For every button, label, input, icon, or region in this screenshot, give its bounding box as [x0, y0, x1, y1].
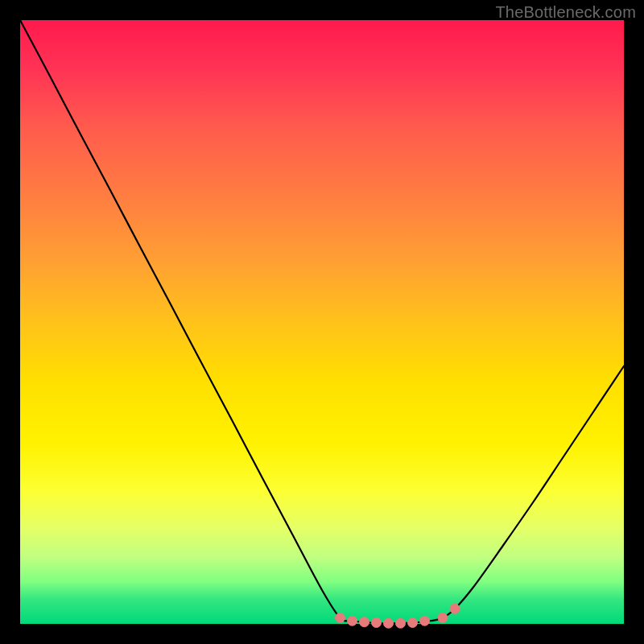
optimal-marker	[396, 618, 406, 628]
curve-svg	[20, 20, 624, 624]
optimal-marker	[360, 617, 369, 627]
optimal-marker	[438, 613, 448, 623]
optimal-marker	[420, 616, 430, 625]
optimal-marker	[336, 613, 345, 623]
watermark-text: TheBottleneck.com	[495, 3, 636, 22]
optimal-marker	[372, 618, 382, 628]
chart-container: TheBottleneck.com	[0, 0, 644, 644]
optimal-marker	[408, 618, 418, 628]
optimal-marker	[450, 604, 460, 613]
bottleneck-curve	[20, 20, 624, 623]
optimal-range-markers	[336, 604, 460, 628]
optimal-marker	[384, 618, 394, 628]
optimal-marker	[348, 616, 357, 625]
plot-area	[20, 20, 624, 624]
